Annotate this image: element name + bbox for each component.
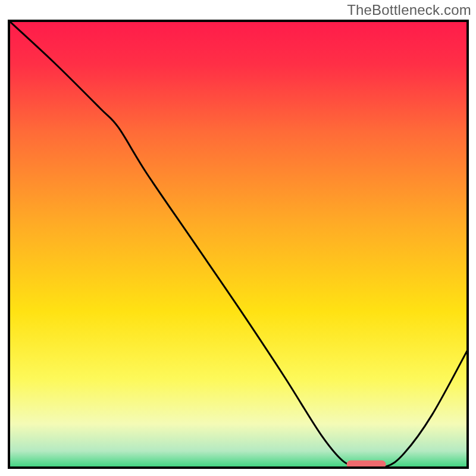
watermark-text: TheBottleneck.com bbox=[347, 2, 471, 18]
bottleneck-chart bbox=[8, 20, 469, 469]
gradient-background bbox=[8, 20, 469, 469]
chart-frame: TheBottleneck.com bbox=[0, 0, 476, 476]
